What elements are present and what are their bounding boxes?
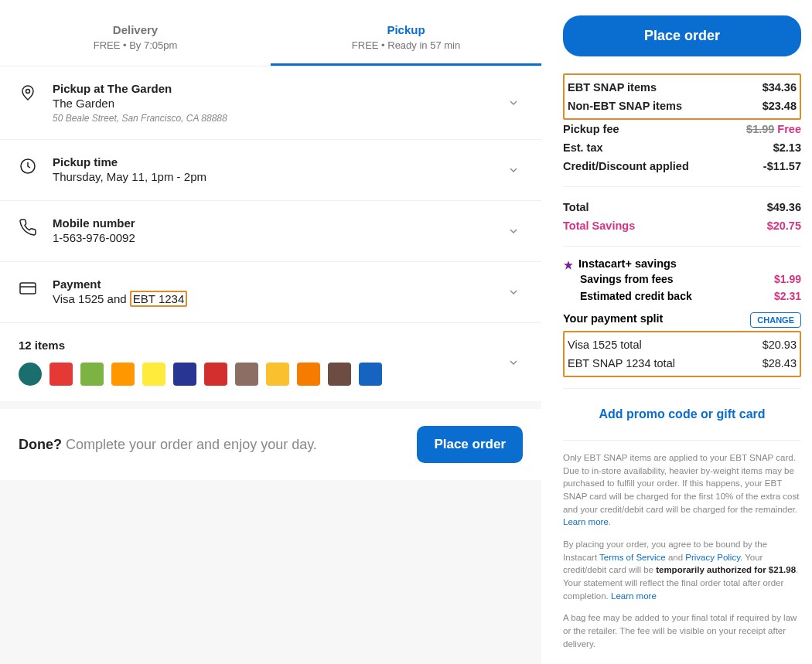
item-thumbnail xyxy=(19,363,42,386)
ebt-total-label: EBT SNAP 1234 total xyxy=(568,357,675,369)
disclaimer-1: Only EBT SNAP items are applied to your … xyxy=(563,451,801,529)
done-label: Done? xyxy=(19,437,66,452)
done-text: Done? Complete your order and enjoy your… xyxy=(19,437,317,453)
item-thumbnail xyxy=(142,363,165,386)
section-mobile[interactable]: Mobile number 1-563-976-0092 xyxy=(0,201,541,262)
chevron-down-icon xyxy=(507,225,520,237)
item-thumbnail xyxy=(49,363,73,386)
tab-pickup-title: Pickup xyxy=(271,23,541,36)
learn-more-link-2[interactable]: Learn more xyxy=(611,591,657,601)
mobile-value: 1-563-976-0092 xyxy=(53,231,523,244)
item-thumbnail xyxy=(235,363,258,386)
est-tax-val: $2.13 xyxy=(773,141,801,154)
ebt-snap-box: EBT SNAP items$34.36 Non-EBT SNAP items$… xyxy=(563,73,801,120)
svg-point-0 xyxy=(26,90,30,94)
items-title: 12 items xyxy=(19,339,523,352)
pickup-time-title: Pickup time xyxy=(53,155,523,169)
credit-val: -$11.57 xyxy=(763,160,801,172)
disclaimer-2: By placing your order, you agree to be b… xyxy=(563,538,801,602)
place-order-button[interactable]: Place order xyxy=(417,426,523,463)
payment-split-box: Visa 1525 total$20.93 EBT SNAP 1234 tota… xyxy=(563,331,801,377)
item-thumbnail xyxy=(266,363,289,386)
location-pin-icon xyxy=(19,83,37,102)
learn-more-link[interactable]: Learn more xyxy=(563,517,609,526)
pickup-location-title: Pickup at The Garden xyxy=(53,82,523,95)
visa-total-label: Visa 1525 total xyxy=(568,339,642,351)
add-promo-link[interactable]: Add promo code or gift card xyxy=(563,400,801,429)
instacart-plus-label: Instacart+ savings xyxy=(578,257,677,270)
pickup-fee-strike: $1.99 xyxy=(746,123,774,135)
clock-icon xyxy=(19,157,37,175)
pickup-fee-free: Free xyxy=(777,123,801,135)
non-ebt-val: $23.48 xyxy=(763,100,797,112)
chevron-down-icon xyxy=(507,356,520,369)
phone-icon xyxy=(19,218,37,237)
item-thumbnail xyxy=(297,363,320,386)
credit-back-label: Estimated credit back xyxy=(580,290,692,302)
payment-title: Payment xyxy=(53,278,523,291)
credit-label: Credit/Discount applied xyxy=(563,160,689,172)
payment-value: Visa 1525 and EBT 1234 xyxy=(53,292,523,305)
section-payment[interactable]: Payment Visa 1525 and EBT 1234 xyxy=(0,262,541,323)
done-subtext: Complete your order and enjoy your day. xyxy=(66,437,317,452)
tab-delivery-sub: FREE • By 7:05pm xyxy=(0,39,271,51)
item-thumbnail xyxy=(80,363,104,386)
section-items[interactable]: 12 items xyxy=(0,323,541,401)
item-thumbnail xyxy=(173,363,196,386)
savings-val: $20.75 xyxy=(767,220,801,232)
done-card: Done? Complete your order and enjoy your… xyxy=(0,409,541,480)
tab-pickup-sub: FREE • Ready in 57 min xyxy=(271,39,541,51)
pickup-fee-label: Pickup fee xyxy=(563,123,619,135)
tab-delivery-title: Delivery xyxy=(0,23,271,36)
svg-rect-2 xyxy=(20,283,36,294)
chevron-down-icon xyxy=(507,97,520,109)
credit-back-val: $2.31 xyxy=(774,290,801,302)
pickup-location-store: The Garden xyxy=(53,97,523,110)
change-button[interactable]: CHANGE xyxy=(750,312,801,328)
mobile-title: Mobile number xyxy=(53,216,523,230)
total-label: Total xyxy=(563,201,589,213)
tab-delivery[interactable]: Delivery FREE • By 7:05pm xyxy=(0,0,271,66)
ebt-snap-val: $34.36 xyxy=(763,81,797,94)
non-ebt-label: Non-EBT SNAP items xyxy=(568,100,682,112)
item-thumbnail xyxy=(359,363,382,386)
auth-amount: temporarily authorized for $21.98 xyxy=(656,565,796,574)
section-pickup-location[interactable]: Pickup at The Garden The Garden 50 Beale… xyxy=(0,66,541,140)
ebt-snap-label: EBT SNAP items xyxy=(568,81,657,94)
item-thumbnail xyxy=(111,363,135,386)
item-thumbnail xyxy=(328,363,351,386)
payment-split-label: Your payment split xyxy=(563,312,663,328)
est-tax-label: Est. tax xyxy=(563,141,603,154)
chevron-down-icon xyxy=(507,164,520,176)
item-thumbnail xyxy=(204,363,227,386)
card-icon xyxy=(19,279,37,298)
savings-fees-val: $1.99 xyxy=(774,273,801,285)
tos-link[interactable]: Terms of Service xyxy=(599,553,666,562)
ebt-total-val: $28.43 xyxy=(763,357,797,369)
section-pickup-time[interactable]: Pickup time Thursday, May 11, 1pm - 2pm xyxy=(0,140,541,201)
pickup-fee-val: $1.99Free xyxy=(746,123,801,135)
chevron-down-icon xyxy=(507,286,520,298)
total-val: $49.36 xyxy=(767,201,801,213)
payment-highlight: EBT 1234 xyxy=(130,291,187,307)
payment-prefix: Visa 1525 and xyxy=(53,292,130,305)
savings-label: Total Savings xyxy=(563,220,635,232)
pickup-location-address: 50 Beale Street, San Francisco, CA 88888 xyxy=(53,113,523,124)
pickup-time-value: Thursday, May 11, 1pm - 2pm xyxy=(53,170,523,183)
disclaimer-3: A bag fee may be added to your final tot… xyxy=(563,611,801,650)
instacart-plus-icon xyxy=(563,260,574,271)
savings-fees-label: Savings from fees xyxy=(580,273,674,285)
privacy-link[interactable]: Privacy Policy xyxy=(685,553,740,562)
place-order-button-sidebar[interactable]: Place order xyxy=(563,15,801,56)
visa-total-val: $20.93 xyxy=(763,339,797,351)
items-row xyxy=(19,363,523,386)
tab-pickup[interactable]: Pickup FREE • Ready in 57 min xyxy=(271,0,541,66)
